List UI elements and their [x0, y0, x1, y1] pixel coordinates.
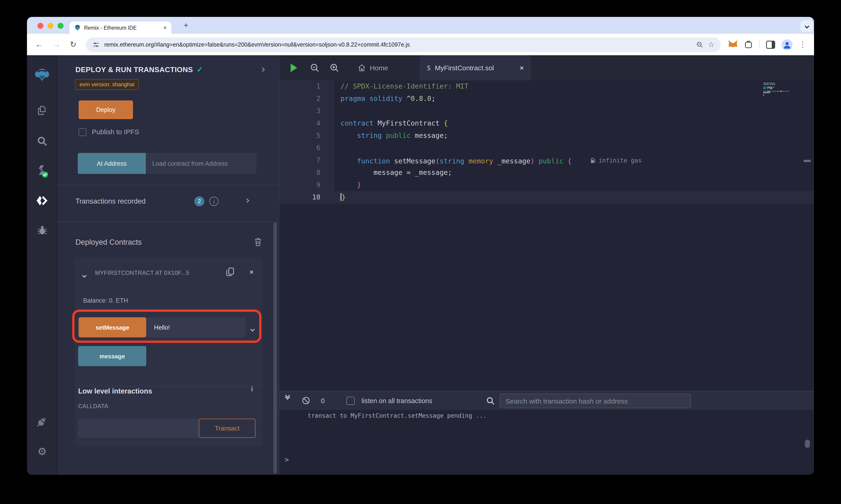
profile-avatar[interactable] — [782, 39, 793, 50]
desktop: Remix - Ethereum IDE × + ← → ↻ remix.eth… — [0, 0, 841, 504]
at-address-input[interactable] — [146, 153, 256, 174]
search-icon[interactable] — [27, 135, 57, 147]
message-button[interactable]: message — [78, 346, 146, 366]
code-line[interactable]: 8 message = _message; — [279, 167, 814, 179]
contract-title[interactable]: MYFIRSTCONTRACT AT 0X10F...5 — [95, 270, 208, 276]
zoom-indicator-icon[interactable] — [696, 41, 703, 48]
terminal-toolbar: 0 listen on all transactions — [279, 391, 814, 410]
code-line[interactable]: 5 string public message; — [279, 130, 814, 142]
url-text[interactable]: remix.ethereum.org/#lang=en&optimize=fal… — [104, 41, 691, 48]
tab-close-icon[interactable]: × — [520, 64, 524, 72]
reload-button[interactable]: ↻ — [70, 40, 76, 49]
side-panel-icon[interactable] — [766, 40, 775, 49]
terminal-log-line: transact to MyFirstContract.setMessage p… — [308, 412, 486, 419]
file-explorer-icon[interactable] — [27, 105, 57, 116]
remix-app: ⚙ DEPLOY & RUN TRANSACTIONS✓ evm version… — [27, 55, 814, 475]
line-number: 8 — [279, 167, 334, 179]
terminal-expand-icon[interactable] — [286, 395, 289, 399]
solidity-compiler-icon[interactable] — [27, 164, 57, 178]
deploy-button[interactable]: Deploy — [79, 101, 133, 119]
zoom-in-icon[interactable] — [329, 63, 339, 73]
code-line[interactable]: 7 function setMessage(string memory _mes… — [279, 154, 814, 167]
transact-button[interactable]: Transact — [199, 419, 256, 438]
plugin-manager-icon[interactable] — [27, 416, 57, 428]
editor-scroll-indicator[interactable] — [804, 160, 811, 162]
code-line[interactable]: 1// SPDX-License-Identifier: MIT — [279, 80, 814, 93]
terminal-search-input[interactable] — [500, 394, 691, 408]
contract-balance: Balance: 0. ETH — [83, 297, 128, 304]
bookmark-star-icon[interactable]: ☆ — [708, 41, 715, 48]
settings-gear-icon[interactable]: ⚙ — [27, 447, 57, 457]
tab-search-button[interactable] — [800, 20, 813, 32]
code-editor[interactable]: 1// SPDX-License-Identifier: MIT2pragma … — [279, 80, 814, 391]
metamask-icon[interactable] — [728, 40, 738, 49]
code-line[interactable]: 3 — [279, 105, 814, 117]
run-script-icon[interactable] — [289, 63, 298, 73]
evm-version-badge: evm version: shanghai — [75, 79, 139, 90]
tab-myfirstcontract[interactable]: S MyFirstContract.sol × — [419, 55, 531, 80]
terminal-scrollbar[interactable] — [805, 439, 810, 448]
line-number: 4 — [279, 117, 334, 130]
transactions-expand-chevron-icon[interactable] — [245, 198, 249, 203]
contract-collapse-chevron-icon[interactable] — [83, 271, 86, 279]
transactions-recorded-label: Transactions recorded — [75, 197, 145, 205]
remix-logo-icon[interactable] — [27, 68, 57, 82]
setmessage-button[interactable]: setMessage — [79, 317, 146, 337]
terminal-search-icon — [486, 396, 495, 407]
contract-close-icon[interactable]: × — [250, 268, 254, 276]
code-line[interactable]: 10} — [279, 191, 814, 204]
remix-favicon-icon — [74, 24, 81, 31]
clear-console-icon[interactable] — [302, 396, 310, 407]
deployed-contracts-title: Deployed Contracts — [75, 238, 142, 247]
extension-icon[interactable] — [744, 40, 753, 49]
new-tab-button[interactable]: + — [181, 20, 191, 31]
minimize-window-button[interactable] — [48, 23, 53, 29]
editor-area: Home S MyFirstContract.sol × 1// SPDX-Li… — [279, 55, 814, 475]
terminal-prompt[interactable]: > — [285, 456, 289, 464]
divider — [57, 222, 279, 222]
activity-bar: ⚙ — [27, 55, 57, 475]
copy-icon[interactable] — [226, 267, 235, 278]
toolbar-divider — [759, 40, 760, 49]
code-line[interactable]: 4contract MyFirstContract { — [279, 117, 814, 130]
code-line[interactable]: 2pragma solidity ^0.8.0; — [279, 93, 814, 105]
listen-transactions-label: listen on all transactions — [362, 397, 432, 404]
site-settings-icon[interactable] — [92, 41, 100, 48]
tab-home[interactable]: Home — [357, 64, 388, 72]
close-window-button[interactable] — [37, 23, 44, 29]
low-level-info-icon[interactable]: i — [251, 385, 253, 393]
zoom-out-icon[interactable] — [310, 63, 320, 73]
menu-kebab-icon[interactable]: ⋮ — [799, 41, 806, 48]
terminal-log[interactable]: transact to MyFirstContract.setMessage p… — [279, 410, 814, 475]
info-icon[interactable]: i — [209, 197, 219, 206]
calldata-input[interactable] — [78, 419, 199, 438]
back-button[interactable]: ← — [35, 40, 43, 49]
panel-pin-chevron-icon[interactable] — [260, 67, 265, 72]
divider — [75, 386, 263, 386]
home-icon — [357, 64, 366, 72]
at-address-button[interactable]: At Address — [78, 153, 146, 174]
tab-close-icon[interactable]: × — [164, 25, 167, 31]
zoom-window-button[interactable] — [57, 23, 64, 29]
trash-icon[interactable] — [254, 237, 262, 248]
code-line[interactable]: 9 } — [279, 179, 814, 191]
publish-ipfs-label: Publish to IPFS — [92, 128, 139, 136]
address-bar[interactable]: remix.ethereum.org/#lang=en&optimize=fal… — [86, 37, 721, 52]
browser-window: Remix - Ethereum IDE × + ← → ↻ remix.eth… — [27, 17, 814, 475]
calldata-label: CALLDATA — [78, 403, 108, 410]
panel-scrollbar[interactable] — [273, 222, 277, 473]
browser-tab[interactable]: Remix - Ethereum IDE × — [69, 21, 171, 34]
publish-ipfs-checkbox[interactable] — [79, 128, 86, 136]
forward-button[interactable]: → — [53, 40, 60, 49]
setmessage-arg-input[interactable] — [147, 317, 245, 337]
check-icon: ✓ — [196, 66, 203, 73]
deploy-run-icon[interactable] — [27, 195, 57, 206]
line-number: 5 — [279, 130, 334, 142]
code-line[interactable]: 6 — [279, 142, 814, 154]
extension-area: ⋮ — [728, 39, 806, 50]
minimap[interactable] — [763, 83, 806, 96]
debugger-icon[interactable] — [27, 224, 57, 236]
setmessage-expand-chevron-icon[interactable] — [251, 325, 254, 333]
window-controls[interactable] — [37, 23, 64, 29]
listen-transactions-checkbox[interactable] — [346, 397, 355, 405]
